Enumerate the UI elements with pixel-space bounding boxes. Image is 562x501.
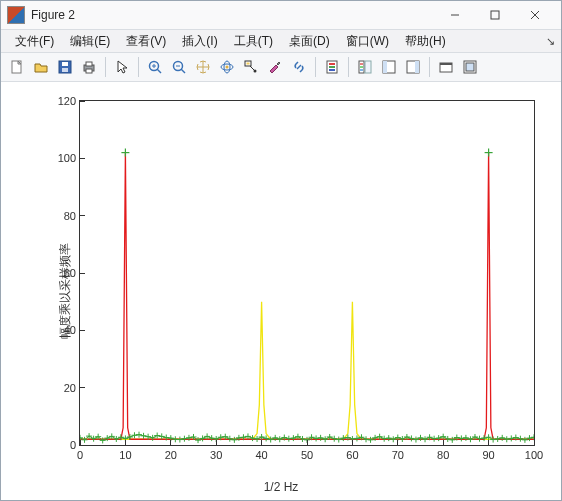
window-title: Figure 2 [31, 8, 75, 22]
svg-rect-29 [329, 66, 335, 68]
menu-window[interactable]: 窗口(W) [338, 31, 397, 52]
svg-rect-23 [247, 63, 250, 65]
xtick-label: 80 [437, 449, 449, 461]
ytick-label: 40 [64, 324, 76, 336]
menu-tools[interactable]: 工具(T) [226, 31, 281, 52]
ytick-label: 0 [70, 439, 76, 451]
svg-line-26 [297, 65, 301, 69]
menu-help[interactable]: 帮助(H) [397, 31, 454, 52]
menu-desktop[interactable]: 桌面(D) [281, 31, 338, 52]
hide-plot-tools-icon[interactable] [378, 56, 400, 78]
colorbar-icon[interactable] [321, 56, 343, 78]
xtick-label: 40 [255, 449, 267, 461]
peak-markers [121, 149, 492, 157]
maximize-axes-icon[interactable] [459, 56, 481, 78]
figure-client: 幅度乘以采样频率 1/2 Hz 020406080100120010203040… [1, 82, 561, 500]
plot-canvas [80, 101, 534, 445]
xtick-label: 70 [392, 449, 404, 461]
zoom-in-icon[interactable] [144, 56, 166, 78]
xtick-label: 0 [77, 449, 83, 461]
menu-view[interactable]: 查看(V) [118, 31, 174, 52]
svg-rect-39 [415, 61, 419, 73]
svg-rect-41 [440, 63, 452, 65]
svg-rect-8 [62, 68, 68, 72]
xtick-label: 30 [210, 449, 222, 461]
svg-point-25 [254, 70, 257, 73]
toolbar-separator [429, 57, 430, 77]
svg-rect-37 [383, 61, 387, 73]
svg-rect-30 [329, 69, 335, 71]
menubar: 文件(F) 编辑(E) 查看(V) 插入(I) 工具(T) 桌面(D) 窗口(W… [1, 29, 561, 53]
series-yellow-peaks [80, 302, 534, 440]
dock-menu-glyph-icon[interactable]: ↘ [546, 35, 555, 48]
maximize-button[interactable] [475, 1, 515, 29]
ytick-label: 60 [64, 267, 76, 279]
figure-window: Figure 2 文件(F) 编辑(E) 查看(V) 插入(I) 工具(T) 桌… [0, 0, 562, 501]
toolbar-separator [348, 57, 349, 77]
ytick-label: 20 [64, 382, 76, 394]
svg-rect-10 [86, 62, 92, 66]
svg-point-21 [226, 66, 229, 69]
svg-rect-28 [329, 63, 335, 65]
menu-file[interactable]: 文件(F) [7, 31, 62, 52]
svg-rect-7 [62, 62, 68, 66]
dock-icon[interactable] [435, 56, 457, 78]
minimize-button[interactable] [435, 1, 475, 29]
svg-rect-11 [86, 69, 92, 73]
xtick-label: 50 [301, 449, 313, 461]
svg-line-13 [157, 69, 161, 73]
toolbar-separator [105, 57, 106, 77]
show-plot-tools-icon[interactable] [402, 56, 424, 78]
xtick-label: 90 [482, 449, 494, 461]
xtick-label: 20 [165, 449, 177, 461]
ytick-label: 120 [58, 95, 76, 107]
toolbar [1, 53, 561, 82]
new-figure-icon[interactable] [6, 56, 28, 78]
brush-icon[interactable] [264, 56, 286, 78]
axes[interactable]: 0204060801001200102030405060708090100 [79, 100, 535, 446]
svg-rect-43 [466, 63, 474, 71]
data-cursor-icon[interactable] [240, 56, 262, 78]
svg-rect-35 [365, 61, 371, 73]
toolbar-separator [315, 57, 316, 77]
series-red-peaks [80, 153, 534, 440]
insert-legend-icon[interactable] [354, 56, 376, 78]
print-icon[interactable] [78, 56, 100, 78]
save-icon[interactable] [54, 56, 76, 78]
titlebar[interactable]: Figure 2 [1, 1, 561, 29]
svg-line-17 [181, 69, 185, 73]
menu-edit[interactable]: 编辑(E) [62, 31, 118, 52]
zoom-out-icon[interactable] [168, 56, 190, 78]
x-axis-label: 1/2 Hz [264, 480, 299, 494]
pointer-icon[interactable] [111, 56, 133, 78]
link-icon[interactable] [288, 56, 310, 78]
ytick-label: 100 [58, 152, 76, 164]
menu-insert[interactable]: 插入(I) [174, 31, 225, 52]
xtick-label: 10 [119, 449, 131, 461]
xtick-label: 100 [525, 449, 543, 461]
ytick-label: 80 [64, 210, 76, 222]
toolbar-separator [138, 57, 139, 77]
open-icon[interactable] [30, 56, 52, 78]
matlab-icon [7, 6, 25, 24]
xtick-label: 60 [346, 449, 358, 461]
svg-rect-1 [491, 11, 499, 19]
pan-icon[interactable] [192, 56, 214, 78]
close-button[interactable] [515, 1, 555, 29]
rotate-3d-icon[interactable] [216, 56, 238, 78]
